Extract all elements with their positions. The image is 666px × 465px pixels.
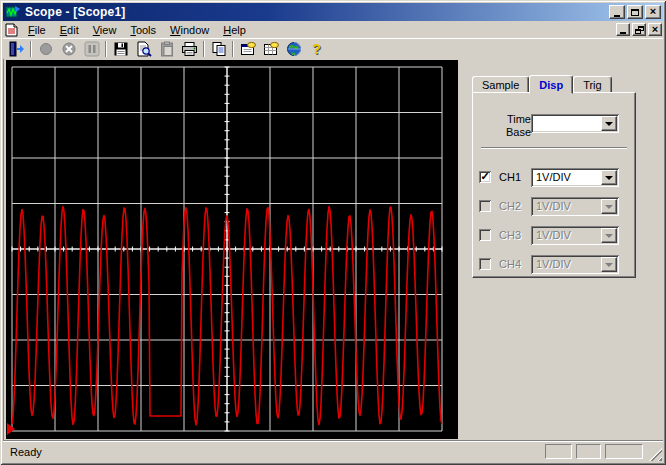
menu-file[interactable]: File bbox=[21, 22, 53, 38]
printer-icon bbox=[181, 41, 198, 57]
resize-grip[interactable] bbox=[649, 448, 662, 461]
minimize-button[interactable] bbox=[609, 5, 625, 19]
tab-trig[interactable]: Trig bbox=[573, 76, 612, 93]
question-mark-icon: ? bbox=[312, 41, 321, 57]
tab-sample-label: Sample bbox=[482, 79, 519, 91]
maximize-icon bbox=[631, 9, 639, 16]
status-panes bbox=[545, 444, 643, 459]
maximize-button[interactable] bbox=[627, 5, 643, 19]
ch3-checkbox bbox=[479, 229, 491, 241]
chevron-down-icon bbox=[605, 176, 613, 180]
floppy-icon bbox=[113, 41, 129, 57]
ch2-vdiv-combo: 1V/DIV bbox=[531, 197, 619, 216]
record-circle-icon bbox=[38, 41, 54, 57]
toolbar-separator bbox=[30, 41, 32, 57]
ch3-vdiv-value: 1V/DIV bbox=[536, 229, 599, 241]
minimize-icon bbox=[614, 15, 620, 17]
channel-row-ch3: CH3 1V/DIV bbox=[473, 225, 635, 245]
ch4-vdiv-value: 1V/DIV bbox=[536, 258, 599, 270]
window-title: Scope - [Scope1] bbox=[25, 5, 126, 19]
time-base-combo[interactable] bbox=[531, 114, 619, 133]
save-button[interactable] bbox=[109, 39, 132, 59]
tab-disp-label: Disp bbox=[539, 79, 563, 91]
control-panel: Sample Disp Trig Time Base CH1 bbox=[462, 59, 663, 440]
ch4-checkbox bbox=[479, 258, 491, 270]
tab-sample[interactable]: Sample bbox=[472, 76, 529, 93]
tab-disp[interactable]: Disp bbox=[529, 75, 573, 94]
status-text: Ready bbox=[10, 446, 42, 458]
mdi-minimize-button[interactable] bbox=[616, 23, 630, 36]
ground-marker-icon bbox=[7, 423, 15, 435]
chevron-down-icon bbox=[605, 234, 613, 238]
ch1-label: CH1 bbox=[499, 171, 521, 183]
ch2-dropdown-button bbox=[601, 199, 617, 214]
chevron-down-icon bbox=[605, 263, 613, 267]
menu-window[interactable]: Window bbox=[163, 22, 216, 38]
ch3-vdiv-combo: 1V/DIV bbox=[531, 226, 619, 245]
chevron-down-icon bbox=[605, 205, 613, 209]
mdi-close-button[interactable]: × bbox=[648, 23, 662, 36]
tab-trig-label: Trig bbox=[583, 79, 602, 91]
pause-button bbox=[80, 39, 103, 59]
menu-help[interactable]: Help bbox=[216, 22, 253, 38]
status-pane bbox=[545, 444, 572, 459]
settings-button[interactable] bbox=[259, 39, 282, 59]
mdi-restore-icon bbox=[635, 26, 644, 34]
clipboard-icon bbox=[159, 41, 175, 57]
record-button bbox=[34, 39, 57, 59]
menu-view[interactable]: View bbox=[86, 22, 124, 38]
print-button[interactable] bbox=[178, 39, 201, 59]
scope-graph bbox=[6, 60, 458, 439]
document-icon bbox=[5, 23, 18, 37]
ch2-vdiv-value: 1V/DIV bbox=[536, 200, 599, 212]
status-bar: Ready bbox=[3, 440, 663, 462]
paste-button bbox=[155, 39, 178, 59]
menu-tools[interactable]: Tools bbox=[123, 22, 163, 38]
form-grid-icon bbox=[263, 41, 279, 57]
doc-magnifier-icon bbox=[136, 41, 152, 57]
close-icon: × bbox=[650, 6, 656, 17]
mdi-minimize-icon bbox=[620, 32, 626, 34]
disp-tab-page: Time Base CH1 1V/DIV bbox=[472, 92, 636, 278]
menu-bar: File Edit View Tools Window Help × bbox=[3, 21, 663, 38]
mdi-restore-button[interactable] bbox=[632, 23, 646, 36]
toolbar-separator bbox=[105, 41, 107, 57]
time-base-dropdown-button[interactable] bbox=[601, 116, 617, 131]
ch3-label: CH3 bbox=[499, 229, 521, 241]
status-pane bbox=[576, 444, 601, 459]
print-preview-button[interactable] bbox=[132, 39, 155, 59]
ch2-checkbox bbox=[479, 200, 491, 212]
app-window: Scope - [Scope1] × File Edit View Tools … bbox=[0, 0, 666, 465]
channel-row-ch1: CH1 1V/DIV bbox=[473, 167, 635, 187]
title-bar[interactable]: Scope - [Scope1] × bbox=[3, 3, 663, 21]
time-base-label: Time Base bbox=[487, 113, 531, 139]
copy-button[interactable] bbox=[207, 39, 230, 59]
channel-row-ch4: CH4 1V/DIV bbox=[473, 254, 635, 274]
ch1-checkbox[interactable] bbox=[479, 171, 491, 183]
help-button[interactable]: ? bbox=[305, 39, 328, 59]
form-yellow-icon bbox=[240, 41, 256, 57]
copy-docs-icon bbox=[211, 41, 227, 57]
globe-icon bbox=[286, 41, 302, 57]
door-arrow-icon bbox=[8, 41, 25, 57]
web-button[interactable] bbox=[282, 39, 305, 59]
mdi-close-icon: × bbox=[652, 24, 658, 35]
separator bbox=[481, 147, 627, 149]
ch1-dropdown-button[interactable] bbox=[601, 170, 617, 185]
ch4-vdiv-combo: 1V/DIV bbox=[531, 255, 619, 274]
menu-edit[interactable]: Edit bbox=[53, 22, 86, 38]
channel-row-ch2: CH2 1V/DIV bbox=[473, 196, 635, 216]
stop-button bbox=[57, 39, 80, 59]
ch1-vdiv-combo[interactable]: 1V/DIV bbox=[531, 168, 619, 187]
exit-scope-button[interactable] bbox=[5, 39, 28, 59]
properties-button[interactable] bbox=[236, 39, 259, 59]
ch3-dropdown-button bbox=[601, 228, 617, 243]
status-pane bbox=[605, 444, 643, 459]
mdi-client-area: Sample Disp Trig Time Base CH1 bbox=[3, 59, 663, 440]
ch1-vdiv-value: 1V/DIV bbox=[536, 171, 599, 183]
pause-icon bbox=[84, 41, 100, 57]
app-icon bbox=[5, 4, 21, 20]
stop-x-circle-icon bbox=[61, 41, 77, 57]
tab-strip: Sample Disp Trig bbox=[472, 74, 612, 93]
close-button[interactable]: × bbox=[645, 5, 661, 19]
